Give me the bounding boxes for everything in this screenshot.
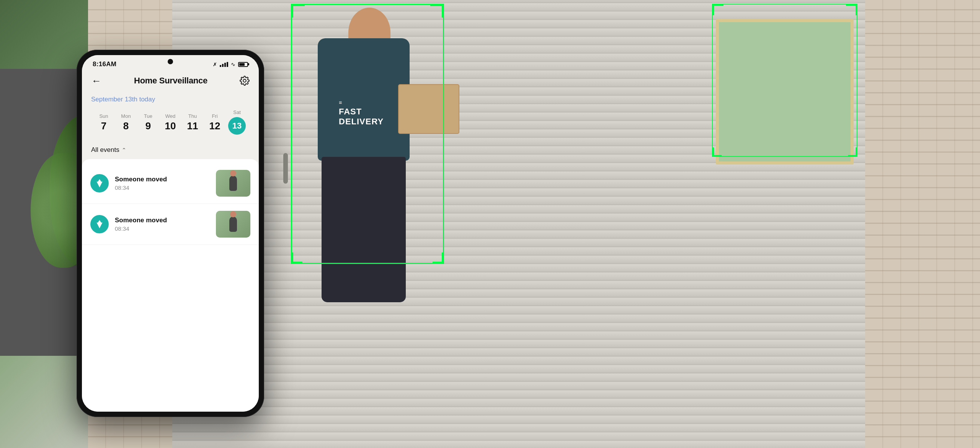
cal-day-num-sun: 7 — [101, 121, 106, 131]
filter-row[interactable]: All events ⌃ — [82, 141, 259, 159]
signal-bar-1 — [220, 65, 221, 67]
cal-day-num-fri: 12 — [209, 121, 220, 131]
thumb-figure-2 — [229, 217, 237, 232]
chevron-down-icon: ⌃ — [122, 147, 126, 153]
delivery-person: ≡ FAST DELIVERY — [306, 0, 440, 383]
event-thumbnail-1[interactable] — [216, 170, 250, 197]
event-item-1[interactable]: Someone moved 08:34 — [82, 163, 259, 204]
date-section: September 13th today Sun 7 Mon 8 — [82, 92, 259, 141]
cal-day-name-mon: Mon — [121, 113, 131, 119]
person-body: ≡ FAST DELIVERY — [318, 38, 410, 161]
shirt-text: ≡ FAST DELIVERY — [339, 99, 384, 127]
filter-label: All events — [91, 146, 119, 154]
battery-fill — [239, 63, 245, 66]
top-nav: ← Home Surveillance — [82, 71, 259, 92]
status-icons: ✗ ∿ — [213, 61, 248, 67]
event-title-2: Someone moved — [115, 217, 210, 224]
cal-day-name-tue: Tue — [144, 113, 152, 119]
bluetooth-icon: ✗ — [213, 62, 217, 67]
signal-bar-2 — [222, 64, 224, 67]
cal-day-sun[interactable]: Sun 7 — [93, 113, 115, 131]
cal-day-sat[interactable]: Sat 13 — [226, 109, 248, 135]
cal-day-name-fri: Fri — [212, 113, 217, 119]
event-item-2[interactable]: Someone moved 08:34 — [82, 204, 259, 245]
signal-bar-4 — [227, 62, 228, 67]
status-time: 8:16AM — [93, 60, 116, 68]
brick-wall-right — [865, 0, 980, 448]
cal-day-fri[interactable]: Fri 12 — [204, 113, 226, 131]
door-handle — [283, 153, 288, 184]
person-legs — [322, 157, 406, 302]
event-icon-1 — [90, 174, 109, 192]
phone-screen: 8:16AM ✗ ∿ ← Ho — [82, 55, 259, 412]
events-list: Someone moved 08:34 — [82, 159, 259, 412]
event-time-1: 08:34 — [115, 184, 210, 191]
cal-day-wed[interactable]: Wed 10 — [159, 113, 181, 131]
battery-icon — [238, 62, 248, 67]
gear-icon — [240, 76, 250, 86]
cal-day-tue[interactable]: Tue 9 — [137, 113, 159, 131]
phone-outer: 8:16AM ✗ ∿ ← Ho — [77, 50, 264, 417]
camera-notch — [168, 59, 173, 64]
cal-day-name-thu: Thu — [188, 113, 197, 119]
cal-day-mon[interactable]: Mon 8 — [115, 113, 137, 131]
thumb-image-2 — [216, 211, 250, 238]
event-icon-2 — [90, 215, 109, 233]
motion-icon-2 — [95, 219, 105, 229]
cal-day-num-mon: 8 — [123, 121, 129, 131]
cal-day-name-sat: Sat — [233, 109, 241, 115]
back-button[interactable]: ← — [90, 75, 103, 87]
page-title: Home Surveillance — [134, 76, 207, 86]
svg-point-0 — [243, 79, 246, 82]
event-title-1: Someone moved — [115, 176, 210, 183]
cal-day-num-wed: 10 — [165, 121, 176, 131]
event-time-2: 08:34 — [115, 225, 210, 232]
calendar-row: Sun 7 Mon 8 Tue 9 Wed — [91, 109, 250, 135]
thumb-figure-1 — [229, 176, 237, 191]
cal-day-num-thu: 11 — [187, 121, 198, 131]
settings-button[interactable] — [238, 74, 251, 87]
phone-container: 8:16AM ✗ ∿ ← Ho — [77, 50, 264, 417]
motion-icon-1 — [95, 178, 105, 188]
signal-bars — [220, 62, 228, 67]
signal-bar-3 — [224, 63, 226, 67]
wifi-icon: ∿ — [231, 61, 235, 67]
event-info-2: Someone moved 08:34 — [115, 217, 210, 232]
cal-day-name-wed: Wed — [165, 113, 176, 119]
date-today: September 13th today — [91, 96, 250, 103]
thumb-image-1 — [216, 170, 250, 197]
cal-day-num-sat: 13 — [228, 117, 246, 135]
event-thumbnail-2[interactable] — [216, 211, 250, 238]
cal-day-num-tue: 9 — [145, 121, 151, 131]
cal-day-name-sun: Sun — [99, 113, 108, 119]
house-window — [716, 19, 854, 165]
delivery-package — [398, 84, 459, 134]
event-info-1: Someone moved 08:34 — [115, 176, 210, 191]
cal-day-thu[interactable]: Thu 11 — [181, 113, 204, 131]
